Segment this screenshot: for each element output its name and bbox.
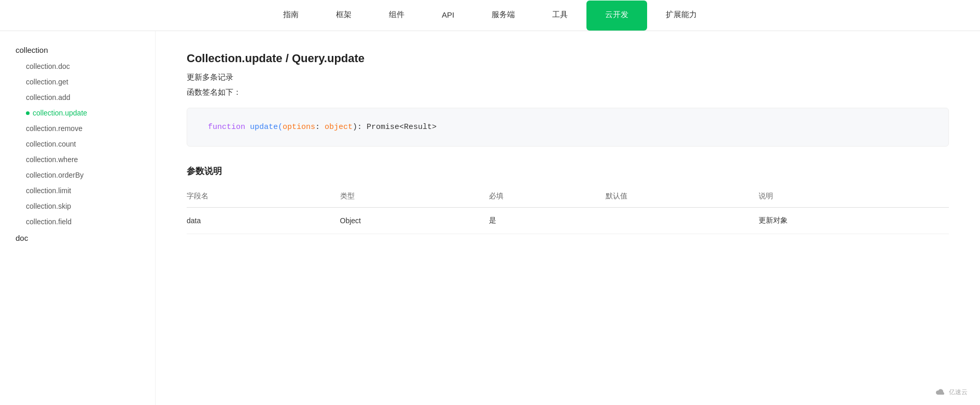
- params-table: 字段名类型必填默认值说明 dataObject是更新对象: [187, 186, 949, 234]
- sidebar-item-collection-doc[interactable]: collection.doc: [0, 59, 155, 74]
- nav-item-guide[interactable]: 指南: [264, 1, 317, 31]
- top-nav: 指南框架组件API服务端工具云开发扩展能力: [0, 0, 980, 31]
- code-param-type: object: [325, 123, 353, 132]
- code-return-annotation: ): Promise<Result>: [353, 123, 437, 132]
- params-section-title: 参数说明: [187, 165, 949, 177]
- table-header-4: 说明: [759, 186, 949, 208]
- main-content: Collection.update / Query.update 更新多条记录 …: [156, 31, 980, 405]
- nav-item-framework[interactable]: 框架: [317, 1, 370, 31]
- code-colon: :: [315, 123, 325, 132]
- sidebar-item-collection-limit[interactable]: collection.limit: [0, 183, 155, 198]
- table-header-row: 字段名类型必填默认值说明: [187, 186, 949, 208]
- sidebar-item-collection-get[interactable]: collection.get: [0, 74, 155, 90]
- table-body: dataObject是更新对象: [187, 208, 949, 234]
- sidebar: collectioncollection.doccollection.getco…: [0, 31, 156, 405]
- nav-item-components[interactable]: 组件: [370, 1, 423, 31]
- nav-item-extend[interactable]: 扩展能力: [647, 1, 716, 31]
- table-cell-0-3: [606, 208, 759, 234]
- sidebar-item-collection-skip[interactable]: collection.skip: [0, 198, 155, 214]
- nav-item-clouddev[interactable]: 云开发: [586, 1, 647, 31]
- table-cell-0-1: Object: [340, 208, 489, 234]
- nav-item-server[interactable]: 服务端: [473, 1, 534, 31]
- sidebar-item-label: collection.add: [26, 93, 71, 102]
- table-cell-0-0: data: [187, 208, 340, 234]
- sidebar-group-collection[interactable]: collection: [0, 41, 155, 59]
- nav-item-tools[interactable]: 工具: [534, 1, 586, 31]
- sidebar-item-label: collection.field: [26, 218, 72, 226]
- watermark-text: 亿速云: [949, 388, 968, 397]
- description: 更新多条记录: [187, 73, 949, 82]
- sidebar-group-doc[interactable]: doc: [0, 229, 155, 247]
- sidebar-item-label: collection.orderBy: [26, 171, 83, 179]
- table-header-2: 必填: [489, 186, 605, 208]
- sidebar-item-collection-field[interactable]: collection.field: [0, 214, 155, 229]
- code-block: function update(options: object): Promis…: [187, 108, 949, 147]
- table-cell-0-4: 更新对象: [759, 208, 949, 234]
- sidebar-item-label: collection.skip: [26, 202, 71, 210]
- signature-label: 函数签名如下：: [187, 88, 949, 97]
- code-param-name: options: [283, 123, 315, 132]
- table-cell-0-2: 是: [489, 208, 605, 234]
- sidebar-item-collection-add[interactable]: collection.add: [0, 90, 155, 105]
- sidebar-item-label: collection.where: [26, 155, 78, 164]
- sidebar-item-label: collection.doc: [26, 62, 70, 70]
- sidebar-item-collection-where[interactable]: collection.where: [0, 152, 155, 167]
- code-keyword-function: function: [208, 123, 245, 132]
- code-func-name: update(: [245, 123, 283, 132]
- sidebar-item-collection-count[interactable]: collection.count: [0, 136, 155, 152]
- sidebar-item-label: collection.remove: [26, 124, 82, 133]
- footer-watermark: 亿速云: [935, 388, 968, 397]
- cloud-icon: [935, 389, 946, 396]
- sidebar-item-collection-update[interactable]: collection.update: [0, 105, 155, 121]
- table-header-1: 类型: [340, 186, 489, 208]
- table-row: dataObject是更新对象: [187, 208, 949, 234]
- sidebar-item-label: collection.count: [26, 140, 76, 148]
- layout: collectioncollection.doccollection.getco…: [0, 31, 980, 405]
- nav-item-api[interactable]: API: [423, 1, 473, 30]
- sidebar-item-label: collection.get: [26, 78, 68, 86]
- table-header-3: 默认值: [606, 186, 759, 208]
- sidebar-item-label: collection.limit: [26, 186, 71, 195]
- sidebar-item-collection-remove[interactable]: collection.remove: [0, 121, 155, 136]
- table-header-0: 字段名: [187, 186, 340, 208]
- active-dot-icon: [26, 111, 30, 115]
- table-head: 字段名类型必填默认值说明: [187, 186, 949, 208]
- page-title: Collection.update / Query.update: [187, 52, 949, 65]
- sidebar-item-label: collection.update: [33, 109, 87, 117]
- sidebar-item-collection-orderBy[interactable]: collection.orderBy: [0, 167, 155, 183]
